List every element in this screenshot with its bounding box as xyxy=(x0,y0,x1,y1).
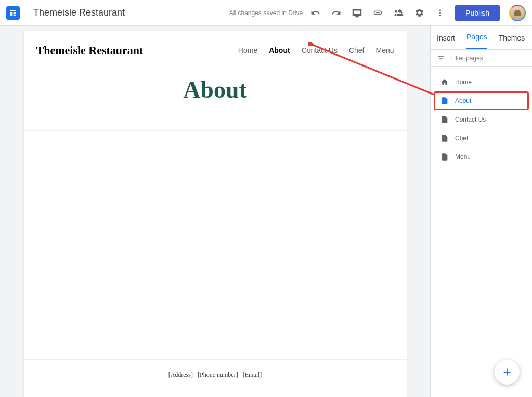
tab-themes[interactable]: Themes xyxy=(499,26,525,49)
nav-home[interactable]: Home xyxy=(238,46,257,55)
page-canvas[interactable]: Themeisle Restaurant Home About Contact … xyxy=(24,31,407,397)
page-item-label: Menu xyxy=(455,153,471,161)
tab-insert[interactable]: Insert xyxy=(437,26,455,49)
canvas-area[interactable]: Themeisle Restaurant Home About Contact … xyxy=(0,26,430,397)
page-item-label: Chef xyxy=(455,135,468,142)
page-icon xyxy=(440,134,449,142)
pages-list: Home About Contact Us Chef Menu xyxy=(431,67,532,173)
plus-icon xyxy=(501,366,513,378)
preview-icon[interactable] xyxy=(351,7,362,19)
user-avatar[interactable] xyxy=(509,5,526,21)
site-title[interactable]: Themeisle Restaurant xyxy=(36,44,144,57)
site-header: Themeisle Restaurant Home About Contact … xyxy=(24,31,407,57)
filter-pages-row[interactable]: Filter pages xyxy=(431,50,532,67)
home-icon xyxy=(440,78,449,86)
share-icon[interactable] xyxy=(393,7,404,19)
link-icon[interactable] xyxy=(372,7,383,19)
page-item-chef[interactable]: Chef xyxy=(434,129,529,148)
footer-address: [Address] xyxy=(168,371,193,378)
app-logo-icon[interactable] xyxy=(6,6,20,20)
page-footer[interactable]: [Address] [Phone number] [Email] xyxy=(24,359,407,397)
page-icon xyxy=(440,153,449,161)
nav-chef[interactable]: Chef xyxy=(349,46,365,55)
page-item-contact[interactable]: Contact Us xyxy=(434,110,529,129)
tab-pages[interactable]: Pages xyxy=(466,26,487,49)
filter-placeholder: Filter pages xyxy=(450,55,483,62)
page-item-label: About xyxy=(455,97,471,104)
more-icon[interactable] xyxy=(434,7,446,19)
save-status-text: All changes saved in Drive xyxy=(229,9,303,17)
right-panel: Insert Pages Themes Filter pages Home Ab… xyxy=(430,26,532,397)
page-heading[interactable]: About xyxy=(24,57,407,130)
toolbar-actions: Publish xyxy=(309,5,526,21)
page-item-label: Home xyxy=(455,78,472,86)
page-item-menu[interactable]: Menu xyxy=(434,148,529,166)
footer-email: [Email] xyxy=(243,371,262,378)
nav-menu[interactable]: Menu xyxy=(375,46,394,55)
page-body[interactable] xyxy=(24,130,407,359)
page-item-home[interactable]: Home xyxy=(434,73,529,91)
settings-icon[interactable] xyxy=(413,7,425,19)
nav-contact[interactable]: Contact Us xyxy=(302,46,338,55)
top-toolbar: Themeisle Restaurant All changes saved i… xyxy=(0,0,532,26)
page-icon xyxy=(440,115,449,124)
publish-button[interactable]: Publish xyxy=(455,5,500,21)
page-item-label: Contact Us xyxy=(455,116,486,123)
site-nav: Home About Contact Us Chef Menu xyxy=(238,46,394,55)
main-area: Themeisle Restaurant Home About Contact … xyxy=(0,26,532,397)
nav-about[interactable]: About xyxy=(269,46,290,55)
undo-icon[interactable] xyxy=(309,7,321,19)
redo-icon[interactable] xyxy=(330,7,342,19)
page-item-about[interactable]: About xyxy=(434,91,529,110)
filter-icon xyxy=(437,54,445,62)
panel-tabs: Insert Pages Themes xyxy=(431,26,532,50)
page-icon xyxy=(440,97,449,105)
footer-phone: [Phone number] xyxy=(198,371,238,378)
document-title[interactable]: Themeisle Restaurant xyxy=(33,7,125,18)
add-page-button[interactable] xyxy=(495,360,520,385)
